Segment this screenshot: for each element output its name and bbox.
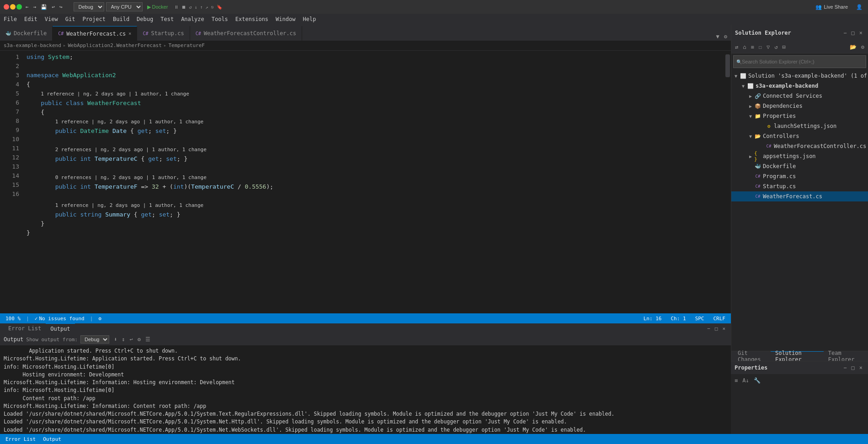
menu-extensions[interactable]: Extensions	[232, 14, 272, 25]
project-icon: ⬜	[747, 82, 754, 90]
tab-weatherforecast[interactable]: C# WeatherForecast.cs ×	[53, 26, 137, 41]
connected-services-icon: 🔗	[754, 92, 761, 100]
se-minimize-button[interactable]: −	[841, 29, 848, 37]
close-button[interactable]	[4, 4, 9, 10]
properties-node[interactable]: ▼ 📁 Properties	[731, 111, 868, 121]
weatherforecast-node[interactable]: ▶ C# WeatherForecast.cs	[731, 191, 868, 201]
liveshare-button[interactable]: 👥 Live Share	[813, 3, 851, 11]
filepath-project[interactable]: s3a-example-backend	[4, 42, 61, 48]
spc-status[interactable]: SPC	[693, 316, 706, 322]
undo-icon[interactable]: ↩	[50, 3, 57, 11]
startup-node[interactable]: ▶ C# Startup.cs	[731, 181, 868, 191]
weatherforecast-tab-close[interactable]: ×	[128, 31, 131, 36]
tab-settings-button[interactable]: ⚙	[722, 32, 729, 41]
output-content[interactable]: Application started. Press Ctrl+C to shu…	[0, 345, 731, 434]
menu-build[interactable]: Build	[109, 14, 133, 25]
bottom-panel-minimize[interactable]: −	[705, 325, 712, 333]
launchsettings-node[interactable]: ▶ ⚙ launchSettings.json	[731, 121, 868, 131]
se-refresh-btn[interactable]: ↺	[772, 43, 779, 51]
menu-analyze[interactable]: Analyze	[177, 14, 208, 25]
tab-startup[interactable]: C# Startup.cs	[137, 26, 190, 41]
menu-git[interactable]: Git	[62, 14, 79, 25]
scroll-lock-button[interactable]: ↕	[120, 335, 127, 344]
props-header: Properties − □ ×	[731, 361, 868, 374]
se-restore-button[interactable]: □	[850, 29, 857, 37]
weatherforecast-tab-label: WeatherForecast.cs	[66, 31, 126, 37]
no-issues-status[interactable]: ✓ No issues found	[33, 316, 86, 322]
se-file-view-btn[interactable]: 📂	[848, 43, 858, 51]
word-wrap-button[interactable]: ↩	[128, 335, 134, 344]
tab-weatherforecastcontroller[interactable]: C# WeatherForecastController.cs	[190, 26, 302, 41]
code-content[interactable]: using System; namespace WebApplication2 …	[23, 51, 724, 313]
bottom-panel-close[interactable]: ×	[720, 325, 727, 333]
editor-scrollbar[interactable]	[724, 51, 731, 313]
se-sync-btn[interactable]: ⇄	[733, 43, 740, 51]
se-home-btn[interactable]: ⌂	[741, 43, 748, 51]
tab-dockerfile[interactable]: 🐳 Dockerfile	[0, 26, 53, 41]
weatherforecastcontroller-node[interactable]: ▶ C# WeatherForecastController.cs	[731, 141, 868, 151]
props-alpha-btn[interactable]: A↓	[740, 376, 751, 385]
output-source-dropdown[interactable]: Debug	[80, 335, 109, 344]
zoom-status[interactable]: 100 %	[4, 316, 22, 322]
se-search-input[interactable]	[742, 59, 863, 64]
appsettings-node[interactable]: ▶ { } appsettings.json	[731, 151, 868, 161]
ln-status[interactable]: Ln: 16	[642, 316, 664, 322]
minimize-button[interactable]	[10, 4, 16, 10]
bottom-panel-restore[interactable]: □	[713, 325, 720, 333]
redo-icon[interactable]: ↪	[58, 3, 64, 11]
menu-debug[interactable]: Debug	[133, 14, 157, 25]
error-list-link[interactable]: Error List	[4, 436, 37, 442]
se-filter-btn[interactable]: ▽	[765, 43, 772, 51]
props-restore-button[interactable]: □	[850, 364, 857, 372]
save-icon[interactable]: 💾	[39, 3, 49, 11]
menu-tools[interactable]: Tools	[208, 14, 232, 25]
clear-output-button[interactable]: ⬇	[112, 335, 119, 344]
menu-help[interactable]: Help	[299, 14, 320, 25]
debug-config-dropdown[interactable]: Debug	[74, 2, 104, 11]
git-status[interactable]: ⚙	[96, 316, 103, 322]
git-changes-tab[interactable]: Git Changes	[733, 351, 771, 361]
se-collapse-btn[interactable]: ⊟	[780, 43, 787, 51]
menu-view[interactable]: View	[41, 14, 62, 25]
props-wrench-btn[interactable]: 🔧	[752, 376, 762, 385]
se-settings-btn[interactable]: ⚙	[859, 43, 866, 51]
filter-output-button[interactable]: ☰	[144, 335, 152, 344]
se-search-box[interactable]: 🔍	[733, 55, 866, 68]
solution-node[interactable]: ▼ ⬜ Solution 's3a-example-backend' (1 of…	[731, 71, 868, 81]
back-icon[interactable]: ←	[24, 3, 31, 11]
toolbar-icons: ← → 💾 ↩ ↪	[24, 3, 64, 11]
tab-list-button[interactable]: ▼	[714, 32, 721, 41]
connected-services-node[interactable]: ▶ 🔗 Connected Services	[731, 91, 868, 101]
team-explorer-tab[interactable]: Team Explorer	[824, 351, 866, 361]
props-minimize-button[interactable]: −	[841, 364, 848, 372]
dependencies-node[interactable]: ▶ 📦 Dependencies	[731, 101, 868, 111]
menu-file[interactable]: File	[0, 14, 21, 25]
se-close-button[interactable]: ×	[857, 29, 864, 37]
props-category-btn[interactable]: ≡	[733, 376, 740, 385]
forward-icon[interactable]: →	[32, 3, 38, 11]
filepath-member[interactable]: TemperatureF	[168, 42, 204, 48]
cpu-config-dropdown[interactable]: Any CPU	[106, 2, 143, 11]
ch-status[interactable]: Ch: 1	[669, 316, 688, 322]
output-link[interactable]: Output	[41, 436, 63, 442]
error-list-tab[interactable]: Error List	[4, 323, 46, 333]
program-node[interactable]: ▶ C# Program.cs	[731, 171, 868, 181]
menu-window[interactable]: Window	[272, 14, 299, 25]
menu-edit[interactable]: Edit	[21, 14, 41, 25]
se-show-all-btn[interactable]: ☐	[757, 43, 764, 51]
account-icon[interactable]: 👤	[854, 3, 864, 11]
props-close-button[interactable]: ×	[857, 364, 864, 372]
run-button[interactable]: ▶ Docker	[144, 3, 171, 11]
maximize-button[interactable]	[16, 4, 22, 10]
solution-explorer-tab[interactable]: Solution Explorer	[771, 351, 824, 361]
crlf-status[interactable]: CRLF	[712, 316, 728, 322]
menu-project[interactable]: Project	[79, 14, 109, 25]
dockerfile-node[interactable]: ▶ 🐳 Dockerfile	[731, 161, 868, 171]
output-settings-button[interactable]: ⚙	[136, 335, 143, 344]
filepath-namespace[interactable]: WebApplication2.WeatherForecast	[68, 42, 161, 48]
se-props-btn[interactable]: ≡	[749, 43, 756, 51]
project-node[interactable]: ▼ ⬜ s3a-example-backend	[731, 81, 868, 91]
menu-test[interactable]: Test	[157, 14, 177, 25]
output-tab[interactable]: Output	[46, 323, 75, 333]
controllers-node[interactable]: ▼ 📂 Controllers	[731, 131, 868, 141]
